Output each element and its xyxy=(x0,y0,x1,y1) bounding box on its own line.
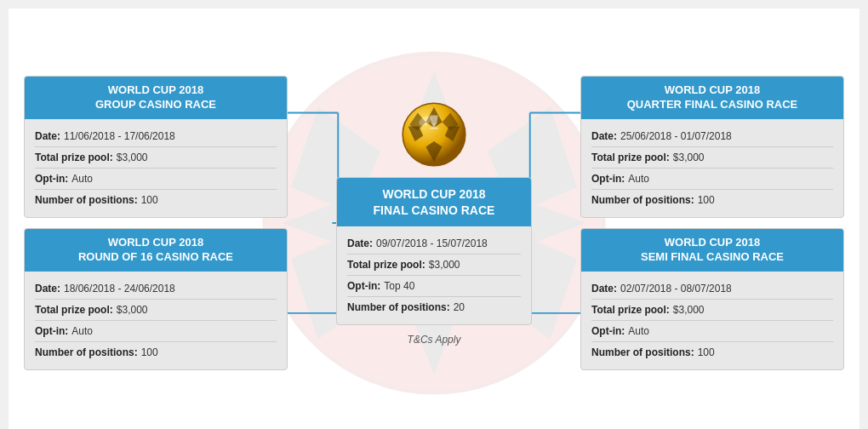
sf-prize-row: Total prize pool: $3,000 xyxy=(591,300,833,321)
round16-date-row: Date: 18/06/2018 - 24/06/2018 xyxy=(35,278,277,300)
semifinal-race-card: WORLD CUP 2018 SEMI FINAL CASINO RACE Da… xyxy=(580,228,844,370)
group-date-label: Date: xyxy=(35,130,60,142)
group-optin-label: Opt-in: xyxy=(35,173,68,185)
final-race-card: WORLD CUP 2018 FINAL CASINO RACE Date: 0… xyxy=(336,177,532,324)
qf-date-label: Date: xyxy=(591,130,617,142)
final-date-value: 09/07/2018 - 15/07/2018 xyxy=(376,237,488,249)
round16-prize-row: Total prize pool: $3,000 xyxy=(35,300,277,321)
round16-positions-row: Number of positions: 100 xyxy=(35,342,277,363)
round16-positions-value: 100 xyxy=(141,346,158,358)
qf-prize-value: $3,000 xyxy=(673,152,705,163)
quarterfinal-race-header: WORLD CUP 2018 QUARTER FINAL CASINO RACE xyxy=(581,77,843,119)
sf-optin-value: Auto xyxy=(628,325,649,337)
soccer-ball-icon xyxy=(400,100,468,169)
sf-prize-value: $3,000 xyxy=(673,304,705,316)
group-positions-row: Number of positions: 100 xyxy=(35,190,277,210)
group-race-card: WORLD CUP 2018 GROUP CASINO RACE Date: 1… xyxy=(24,76,288,218)
round16-positions-label: Number of positions: xyxy=(35,346,138,358)
final-positions-value: 20 xyxy=(454,301,465,313)
group-positions-label: Number of positions: xyxy=(35,194,138,206)
qf-date-row: Date: 25/06/2018 - 01/07/2018 xyxy=(591,126,833,147)
sf-optin-row: Opt-in: Auto xyxy=(591,321,833,342)
final-optin-label: Opt-in: xyxy=(347,280,380,292)
qf-optin-value: Auto xyxy=(628,173,649,185)
final-race-body: Date: 09/07/2018 - 15/07/2018 Total priz… xyxy=(337,226,531,324)
qf-optin-label: Opt-in: xyxy=(591,173,625,185)
round16-prize-value: $3,000 xyxy=(117,304,148,316)
qf-positions-value: 100 xyxy=(698,194,715,206)
round16-race-header: WORLD CUP 2018 ROUND OF 16 CASINO RACE xyxy=(25,229,287,272)
group-date-row: Date: 11/06/2018 - 17/06/2018 xyxy=(35,126,277,147)
quarterfinal-race-body: Date: 25/06/2018 - 01/07/2018 Total priz… xyxy=(581,119,843,217)
group-race-header: WORLD CUP 2018 GROUP CASINO RACE xyxy=(25,77,287,119)
qf-optin-row: Opt-in: Auto xyxy=(591,169,833,190)
sf-positions-label: Number of positions: xyxy=(591,346,694,358)
sf-date-value: 02/07/2018 - 08/07/2018 xyxy=(620,283,732,295)
sf-positions-value: 100 xyxy=(698,346,715,358)
quarterfinal-race-card: WORLD CUP 2018 QUARTER FINAL CASINO RACE… xyxy=(580,76,844,218)
group-date-value: 11/06/2018 - 17/06/2018 xyxy=(64,130,175,142)
final-prize-row: Total prize pool: $3,000 xyxy=(347,255,521,276)
sf-prize-label: Total prize pool: xyxy=(591,304,670,316)
terms-conditions-text: T&Cs Apply xyxy=(408,334,461,346)
round16-optin-label: Opt-in: xyxy=(35,325,68,337)
final-date-label: Date: xyxy=(347,237,373,249)
qf-positions-label: Number of positions: xyxy=(591,194,694,206)
center-column: WORLD CUP 2018 FINAL CASINO RACE Date: 0… xyxy=(288,100,580,345)
final-prize-label: Total prize pool: xyxy=(347,259,425,271)
final-optin-value: Top 40 xyxy=(384,280,414,292)
qf-prize-row: Total prize pool: $3,000 xyxy=(591,147,833,169)
round16-optin-row: Opt-in: Auto xyxy=(35,321,277,342)
round16-race-card: WORLD CUP 2018 ROUND OF 16 CASINO RACE D… xyxy=(24,228,288,370)
tournament-bracket: WORLD CUP 2018 GROUP CASINO RACE Date: 1… xyxy=(9,9,859,429)
final-date-row: Date: 09/07/2018 - 15/07/2018 xyxy=(347,233,521,255)
group-optin-value: Auto xyxy=(71,173,93,185)
final-race-header: WORLD CUP 2018 FINAL CASINO RACE xyxy=(337,178,531,226)
round16-optin-value: Auto xyxy=(71,325,93,337)
round16-prize-label: Total prize pool: xyxy=(35,304,113,316)
round16-race-body: Date: 18/06/2018 - 24/06/2018 Total priz… xyxy=(25,272,287,369)
final-optin-row: Opt-in: Top 40 xyxy=(347,276,521,297)
group-positions-value: 100 xyxy=(141,194,158,206)
svg-rect-27 xyxy=(432,124,435,129)
qf-prize-label: Total prize pool: xyxy=(591,152,670,163)
group-prize-row: Total prize pool: $3,000 xyxy=(35,147,277,169)
group-race-body: Date: 11/06/2018 - 17/06/2018 Total priz… xyxy=(25,119,287,217)
group-prize-value: $3,000 xyxy=(117,152,148,163)
group-optin-row: Opt-in: Auto xyxy=(35,169,277,190)
sf-positions-row: Number of positions: 100 xyxy=(591,342,833,363)
final-prize-value: $3,000 xyxy=(429,259,460,271)
semifinal-race-header: WORLD CUP 2018 SEMI FINAL CASINO RACE xyxy=(581,229,843,272)
qf-positions-row: Number of positions: 100 xyxy=(591,190,833,210)
final-positions-row: Number of positions: 20 xyxy=(347,297,521,317)
sf-date-label: Date: xyxy=(591,283,617,295)
sf-optin-label: Opt-in: xyxy=(591,325,625,337)
right-column: WORLD CUP 2018 QUARTER FINAL CASINO RACE… xyxy=(580,76,844,370)
svg-rect-28 xyxy=(430,128,438,129)
round16-date-value: 18/06/2018 - 24/06/2018 xyxy=(64,283,175,295)
group-prize-label: Total prize pool: xyxy=(35,152,113,163)
final-positions-label: Number of positions: xyxy=(347,301,450,313)
main-layout: WORLD CUP 2018 GROUP CASINO RACE Date: 1… xyxy=(9,9,859,429)
left-column: WORLD CUP 2018 GROUP CASINO RACE Date: 1… xyxy=(24,76,288,370)
round16-date-label: Date: xyxy=(35,283,60,295)
semifinal-race-body: Date: 02/07/2018 - 08/07/2018 Total priz… xyxy=(581,272,843,369)
sf-date-row: Date: 02/07/2018 - 08/07/2018 xyxy=(591,278,833,300)
qf-date-value: 25/06/2018 - 01/07/2018 xyxy=(620,130,732,142)
